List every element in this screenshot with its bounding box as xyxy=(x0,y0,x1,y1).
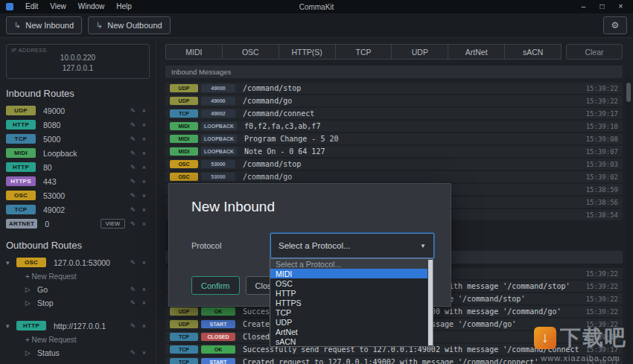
edit-icon[interactable]: ✎ xyxy=(127,299,139,307)
edit-icon[interactable]: ✎ xyxy=(127,286,139,293)
modal-title: New Inbound xyxy=(191,199,275,215)
remove-icon[interactable]: × xyxy=(139,121,150,129)
route-arrow-icon: ↳ xyxy=(96,21,103,31)
outbound-route-group: ▾HTTPhttp://127.0.0.1✎×+ New Request▷Sta… xyxy=(6,319,150,360)
app-window: EditViewWindowHelp CommaKit – □ × ↳ New … xyxy=(0,0,633,364)
tab-sacn[interactable]: sACN xyxy=(505,44,562,60)
new-inbound-button[interactable]: ↳ New Inbound xyxy=(6,16,82,34)
outbound-routes-title: Outbound Routes xyxy=(6,240,150,251)
edit-icon[interactable]: ✎ xyxy=(127,206,139,214)
chevron-down-icon: ▼ xyxy=(420,243,426,249)
remove-icon[interactable]: × xyxy=(139,349,150,357)
tab-tcp[interactable]: TCP xyxy=(336,44,392,60)
dropdown-scrollbar[interactable] xyxy=(427,259,433,346)
play-icon[interactable]: ▷ xyxy=(25,286,37,293)
edit-icon[interactable]: ✎ xyxy=(127,121,139,129)
tcp-badge: TCP xyxy=(6,134,36,144)
closed-badge: CLOSED xyxy=(201,333,235,341)
dropdown-option[interactable]: ArtNet xyxy=(270,327,433,336)
inbound-route-row: MIDILoopback✎× xyxy=(6,146,150,160)
edit-icon[interactable]: ✎ xyxy=(127,135,139,143)
minimize-button[interactable]: – xyxy=(574,0,593,13)
menu-item-view[interactable]: View xyxy=(44,0,72,13)
dropdown-option[interactable]: HTTP xyxy=(270,288,433,298)
protocol-select-value: Select a Protocol... xyxy=(279,241,420,250)
close-button[interactable]: × xyxy=(611,0,630,13)
message-row: OSC53000/command/stop15:39:03 xyxy=(165,159,623,170)
tab-https[interactable]: HTTP(S) xyxy=(279,44,336,60)
remove-icon[interactable]: × xyxy=(139,259,150,266)
remove-icon[interactable]: × xyxy=(139,299,150,307)
new-outbound-button[interactable]: ↳ New Outbound xyxy=(88,16,171,34)
new-outbound-label: New Outbound xyxy=(107,21,162,30)
edit-icon[interactable]: ✎ xyxy=(127,192,139,199)
remove-icon[interactable]: × xyxy=(139,220,150,228)
play-icon[interactable]: ▷ xyxy=(25,299,37,307)
play-icon[interactable]: ▷ xyxy=(25,349,37,357)
dropdown-option[interactable]: HTTPS xyxy=(270,298,433,307)
protocol-tabs: MIDIOSCHTTP(S)TCPUDPArtNetsACN xyxy=(165,44,562,60)
inbound-routes-title: Inbound Routes xyxy=(6,88,150,99)
ip-address: 127.0.0.1 xyxy=(11,63,144,74)
chevron-down-icon[interactable]: ▾ xyxy=(6,322,16,330)
view-button[interactable]: VIEW xyxy=(101,219,125,229)
dropdown-option[interactable]: Select a Protocol... xyxy=(270,259,433,269)
timestamp: 15:39:22 xyxy=(586,283,618,290)
remove-icon[interactable]: × xyxy=(139,150,150,157)
dropdown-scrollbar-thumb[interactable] xyxy=(428,260,433,345)
inbound-messages-header: Inbound Messages xyxy=(165,66,623,78)
edit-icon[interactable]: ✎ xyxy=(127,220,139,228)
dropdown-option[interactable]: sACN xyxy=(270,336,433,346)
midi-badge: MIDI xyxy=(170,147,198,156)
watermark-url: www.xiazaiba.com xyxy=(534,354,627,363)
protocol-select[interactable]: Select a Protocol... ▼ xyxy=(270,233,434,258)
source-badge: LOOPBACK xyxy=(201,147,237,156)
remove-icon[interactable]: × xyxy=(139,192,150,199)
menu-item-help[interactable]: Help xyxy=(110,0,138,13)
edit-icon[interactable]: ✎ xyxy=(127,107,139,115)
edit-icon[interactable]: ✎ xyxy=(127,164,139,171)
route-value: Loopback xyxy=(43,149,127,158)
remove-icon[interactable]: × xyxy=(139,322,150,330)
edit-icon[interactable]: ✎ xyxy=(127,322,139,330)
edit-icon[interactable]: ✎ xyxy=(127,259,139,266)
start-badge: START xyxy=(201,358,235,364)
remove-icon[interactable]: × xyxy=(139,286,150,293)
clear-button[interactable]: Clear xyxy=(566,44,623,60)
request-item[interactable]: ▷Status✎× xyxy=(25,346,150,360)
scrollbar-thumb[interactable] xyxy=(626,83,631,102)
remove-icon[interactable]: × xyxy=(139,135,150,143)
route-value: 49000 xyxy=(43,106,127,115)
ok-badge: OK xyxy=(201,345,235,354)
remove-icon[interactable]: × xyxy=(139,107,150,115)
new-request-button[interactable]: + New Request xyxy=(25,333,150,346)
request-item[interactable]: ▷Stop✎× xyxy=(25,296,150,310)
confirm-button[interactable]: Confirm xyxy=(191,276,240,295)
request-item[interactable]: ▷Go✎× xyxy=(25,283,150,296)
dropdown-option[interactable]: OSC xyxy=(270,278,433,288)
edit-icon[interactable]: ✎ xyxy=(127,150,139,157)
udp-badge: UDP xyxy=(170,97,198,105)
chevron-down-icon[interactable]: ▾ xyxy=(6,259,16,266)
menu-item-window[interactable]: Window xyxy=(72,0,111,13)
dropdown-option[interactable]: UDP xyxy=(270,317,433,327)
edit-icon[interactable]: ✎ xyxy=(127,178,139,185)
protocol-tabs-bar: MIDIOSCHTTP(S)TCPUDPArtNetsACN Clear xyxy=(165,44,623,60)
new-request-button[interactable]: + New Request xyxy=(25,269,150,283)
remove-icon[interactable]: × xyxy=(139,164,150,171)
start-badge: START xyxy=(201,320,235,328)
settings-button[interactable]: ⚙ xyxy=(603,16,627,34)
menu-item-edit[interactable]: Edit xyxy=(19,0,44,13)
dropdown-option[interactable]: MIDI xyxy=(270,269,433,278)
tab-udp[interactable]: UDP xyxy=(392,44,448,60)
tab-midi[interactable]: MIDI xyxy=(165,44,223,60)
tab-artnet[interactable]: ArtNet xyxy=(448,44,505,60)
maximize-button[interactable]: □ xyxy=(593,0,611,13)
remove-icon[interactable]: × xyxy=(139,178,150,185)
vertical-scrollbar[interactable] xyxy=(626,77,632,361)
edit-icon[interactable]: ✎ xyxy=(127,349,139,357)
tab-osc[interactable]: OSC xyxy=(223,44,279,60)
message-text: /command/go xyxy=(243,97,580,105)
remove-icon[interactable]: × xyxy=(139,206,150,214)
dropdown-option[interactable]: TCP xyxy=(270,307,433,317)
